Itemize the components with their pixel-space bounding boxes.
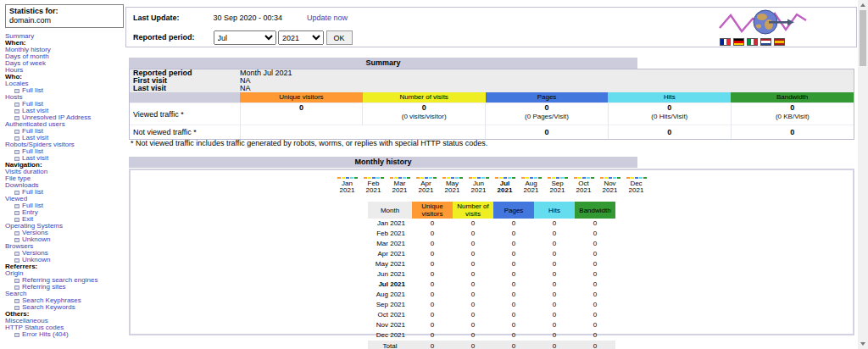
viewed-traffic-cell: 0(0 visits/visitor) — [363, 103, 486, 125]
netherlands-flag-icon[interactable] — [760, 38, 771, 46]
viewed-traffic-cell: 0(0 Hits/Visit) — [608, 103, 731, 125]
france-flag-icon[interactable] — [720, 38, 731, 46]
spain-flag-icon[interactable] — [774, 38, 785, 46]
column-header-unique-visitors: Unique visitors — [240, 92, 363, 103]
ok-button[interactable]: OK — [326, 30, 353, 45]
scroll-up-arrow-icon[interactable] — [860, 3, 865, 7]
chart-year-label: 2021 — [334, 187, 360, 194]
table-icon — [14, 231, 19, 235]
summary-box: Reported periodMonth Jul 2021First visit… — [129, 69, 854, 140]
viewed-traffic-value: 0 — [732, 103, 854, 113]
chart-bar-hits — [587, 177, 590, 179]
reported-month-select[interactable]: Jul — [214, 30, 276, 45]
not-viewed-traffic-value: 0 — [486, 125, 609, 139]
monthly-row-value: 0 — [575, 290, 615, 300]
chart-bars — [597, 175, 623, 179]
chart-bar-bandwidth — [538, 177, 542, 179]
chart-bar-pages — [372, 177, 376, 179]
chart-bar-number-of-visits — [604, 177, 608, 179]
monthly-row-value: 0 — [534, 300, 575, 310]
scroll-down-arrow-icon[interactable] — [860, 342, 865, 346]
vertical-scrollbar[interactable] — [858, 0, 868, 349]
monthly-row-value: 0 — [575, 229, 615, 239]
monthly-row-value: 0 — [453, 259, 493, 269]
chart-month-dec-2021: Dec2021 — [623, 175, 649, 194]
chart-year-label: 2021 — [518, 187, 544, 194]
chart-bar-hits — [350, 177, 353, 179]
monthly-header-month: Month — [368, 202, 412, 219]
chart-bar-unique-visitors — [521, 177, 525, 179]
chart-year-label: 2021 — [597, 187, 623, 194]
summary-info-value: NA — [240, 77, 854, 85]
monthly-row-value: 0 — [575, 249, 615, 259]
chart-bars — [413, 175, 439, 179]
viewed-traffic-value: 0 — [241, 103, 363, 113]
sidebar-item-label: Origin — [5, 269, 23, 277]
reported-period-row: Reported period: Jul 2021 OK — [133, 30, 353, 45]
header-box: Last Update: 30 Sep 2020 - 00:34 Update … — [125, 7, 857, 47]
chart-bar-number-of-visits — [342, 177, 345, 179]
sidebar-item-error-hits-404[interactable]: Error Hits (404) — [5, 331, 124, 338]
chart-bars — [492, 175, 518, 179]
table-icon — [14, 157, 19, 161]
summary-info-value: NA — [240, 85, 854, 92]
not-viewed-traffic-row: Not viewed traffic *000 — [130, 125, 854, 139]
monthly-row-value: 0 — [575, 269, 615, 280]
monthly-row-value: 0 — [534, 310, 575, 320]
summary-info-row: Reported periodMonth Jul 2021 — [130, 69, 854, 77]
monthly-row-value: 0 — [493, 239, 534, 249]
chart-bar-pages — [556, 177, 559, 179]
chart-bar-number-of-visits — [368, 177, 371, 179]
monthly-row-value: 0 — [453, 269, 493, 280]
chart-month-apr-2021: Apr2021 — [413, 175, 439, 194]
chart-bar-number-of-visits — [447, 177, 450, 179]
chart-bar-unique-visitors — [416, 177, 420, 179]
monthly-row-value: 0 — [412, 229, 453, 239]
monthly-history-title-bar: Monthly history — [129, 157, 637, 168]
italy-flag-icon[interactable] — [747, 38, 758, 46]
viewed-traffic-ratio: (0 Hits/Visit) — [609, 113, 731, 120]
monthly-row-value: 0 — [453, 229, 493, 239]
monthly-row-value: 0 — [453, 290, 493, 300]
monthly-row-value: 0 — [575, 259, 615, 269]
table-icon — [14, 89, 19, 93]
chart-month-sep-2021: Sep2021 — [544, 175, 570, 194]
summary-info-row: First visitNA — [130, 77, 854, 85]
monthly-row-nov-2021: Nov 202100000 — [368, 320, 615, 330]
chart-bar-hits — [639, 177, 643, 179]
chart-bar-number-of-visits — [631, 177, 634, 179]
chart-bar-hits — [429, 177, 432, 179]
update-now-link[interactable]: Update now — [307, 14, 348, 22]
sidebar-item-hours[interactable]: Hours — [5, 67, 124, 74]
chart-bar-hits — [481, 177, 485, 179]
germany-flag-icon[interactable] — [733, 38, 744, 46]
monthly-row-value: 0 — [453, 330, 493, 341]
chart-bar-number-of-visits — [552, 177, 555, 179]
chart-bar-hits — [560, 177, 564, 179]
monthly-total-value: 0 — [412, 341, 453, 349]
monthly-row-month: Jul 2021 — [368, 280, 412, 290]
monthly-total-value: 0 — [493, 341, 534, 349]
summary-table: Reported periodMonth Jul 2021First visit… — [130, 69, 854, 139]
chart-bar-number-of-visits — [499, 177, 503, 179]
scrollbar-thumb[interactable] — [860, 10, 866, 66]
chart-bars — [439, 175, 465, 179]
monthly-row-apr-2021: Apr 202100000 — [368, 249, 615, 259]
chart-bar-unique-visitors — [337, 177, 341, 179]
chart-month-jan-2021: Jan2021 — [334, 175, 360, 194]
monthly-row-month: Dec 2021 — [368, 330, 412, 341]
chart-month-may-2021: May2021 — [439, 175, 465, 194]
chart-month-nov-2021: Nov2021 — [597, 175, 623, 194]
summary-title: Summary — [365, 58, 400, 67]
chart-bars — [360, 175, 387, 179]
monthly-row-month: Apr 2021 — [368, 249, 412, 259]
monthly-row-value: 0 — [534, 239, 575, 249]
monthly-row-value: 0 — [493, 310, 534, 320]
chart-bar-pages — [582, 177, 586, 179]
chart-bar-bandwidth — [381, 177, 384, 179]
chart-bar-unique-visitors — [469, 177, 472, 179]
chart-bar-number-of-visits — [394, 177, 398, 179]
sidebar-item-full-list[interactable]: Full list — [5, 87, 124, 94]
reported-year-select[interactable]: 2021 — [278, 30, 324, 45]
last-update-row: Last Update: 30 Sep 2020 - 00:34 Update … — [133, 14, 348, 22]
